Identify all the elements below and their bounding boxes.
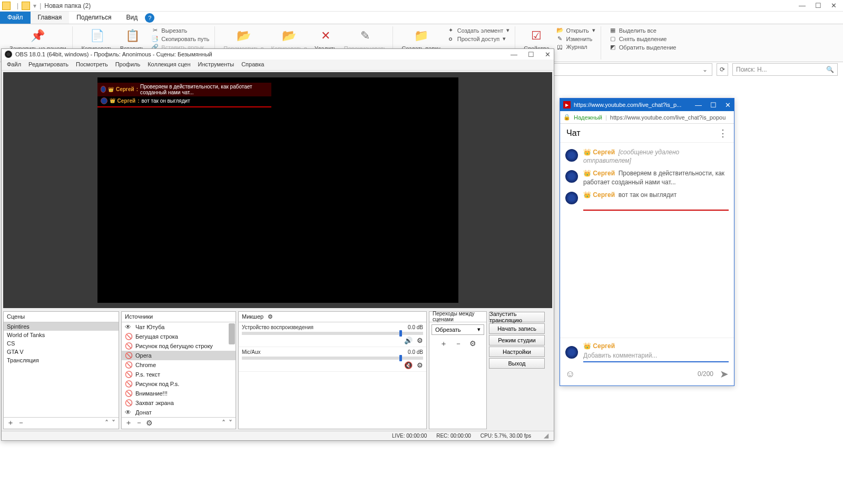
emoji-picker-icon[interactable]: ☺ <box>565 369 575 380</box>
maximize-button[interactable]: ☐ <box>710 101 717 109</box>
refresh-button[interactable]: ⟳ <box>717 63 728 76</box>
source-item[interactable]: 🚫Chrome <box>122 360 236 370</box>
edit-button[interactable]: ✎Изменить <box>555 35 596 43</box>
slider-handle[interactable] <box>399 355 402 361</box>
source-item[interactable]: 🚫Opera <box>122 351 236 360</box>
history-button[interactable]: 🕮Журнал <box>555 43 596 51</box>
volume-slider[interactable] <box>242 357 423 360</box>
gear-icon[interactable]: ⚙ <box>268 313 273 320</box>
move-down-button[interactable]: ˅ <box>112 419 115 427</box>
tab-view[interactable]: Вид <box>119 12 145 24</box>
eye-icon[interactable]: 👁 <box>125 409 132 416</box>
menu-scene-collection[interactable]: Коллекция сцен <box>148 61 190 68</box>
source-item[interactable]: 👁Донат <box>122 408 236 417</box>
source-item[interactable]: 🚫Захват экрана <box>122 398 236 408</box>
invert-selection-button[interactable]: ◩Обратить выделение <box>607 43 678 51</box>
eye-off-icon[interactable]: 🚫 <box>125 352 132 359</box>
yt-url: https://www.youtube.com/live_chat?is_pop… <box>610 114 726 121</box>
add-button[interactable]: ＋ <box>125 418 132 428</box>
cut-button[interactable]: ✂Вырезать <box>150 26 210 34</box>
comment-input[interactable]: Добавить комментарий... <box>583 350 729 362</box>
new-item-button[interactable]: ✦Создать элемент▾ <box>446 26 511 34</box>
qat-dropdown-icon[interactable]: ▾ <box>33 2 36 9</box>
chevron-down-icon[interactable]: ⌄ <box>700 66 710 73</box>
minimize-button[interactable]: — <box>799 2 806 9</box>
remove-button[interactable]: － <box>455 339 462 349</box>
minimize-button[interactable]: — <box>695 101 702 109</box>
close-button[interactable]: ✕ <box>545 51 551 58</box>
eye-off-icon[interactable]: 🚫 <box>125 399 132 407</box>
scene-item[interactable]: GTA V <box>4 348 119 356</box>
menu-tools[interactable]: Инструменты <box>198 61 234 68</box>
yt-chat-body[interactable]: 👑 Сергей [сообщение удалено отправителем… <box>560 143 734 338</box>
menu-edit[interactable]: Редактировать <box>28 61 68 68</box>
more-icon[interactable]: ⋮ <box>718 127 728 139</box>
source-item[interactable]: 🚫Бегущая строка <box>122 332 236 341</box>
scene-item[interactable]: World of Tanks <box>4 331 119 339</box>
remove-button[interactable]: － <box>135 418 143 428</box>
move-down-button[interactable]: ˅ <box>229 419 232 427</box>
minimize-button[interactable]: — <box>511 51 517 58</box>
scenes-list[interactable]: Spintires World of Tanks CS GTA V Трансл… <box>4 322 119 417</box>
search-input[interactable]: Поиск: Н...🔍 <box>732 63 838 76</box>
start-recording-button[interactable]: Начать запись <box>489 323 545 334</box>
menu-file[interactable]: Файл <box>7 61 21 68</box>
eye-off-icon[interactable]: 🚫 <box>125 380 132 388</box>
add-button[interactable]: ＋ <box>7 418 14 428</box>
help-icon[interactable]: ? <box>145 13 154 23</box>
add-button[interactable]: ＋ <box>440 339 447 349</box>
source-item[interactable]: 🚫Рисунок под бегущую строку <box>122 341 236 351</box>
gear-icon[interactable]: ⚙ <box>146 419 153 427</box>
close-button[interactable]: ✕ <box>831 2 837 9</box>
sources-list[interactable]: 👁Чат Ютуба🚫Бегущая строка🚫Рисунок под бе… <box>122 322 236 417</box>
gear-icon[interactable]: ⚙ <box>469 339 476 349</box>
eye-off-icon[interactable]: 🚫 <box>125 342 132 350</box>
tab-home[interactable]: Главная <box>31 12 70 24</box>
resize-grip-icon[interactable]: ◢ <box>544 432 548 439</box>
gear-icon[interactable]: ⚙ <box>417 337 423 344</box>
move-up-button[interactable]: ˄ <box>222 419 226 427</box>
menu-profile[interactable]: Профиль <box>115 61 141 68</box>
tab-file[interactable]: Файл <box>0 12 31 24</box>
scrollbar-thumb[interactable] <box>229 323 235 344</box>
eye-off-icon[interactable]: 🚫 <box>125 361 132 369</box>
open-button[interactable]: 📂Открыть▾ <box>555 26 596 34</box>
transition-select[interactable]: Обрезать▾ <box>432 324 484 335</box>
obs-status-bar: LIVE: 00:00:00 REC: 00:00:00 CPU: 5.7%, … <box>2 431 554 440</box>
speaker-icon[interactable]: 🔊 <box>404 337 413 344</box>
easy-access-button[interactable]: ⭘Простой доступ▾ <box>446 35 511 43</box>
settings-button[interactable]: Настройки <box>489 347 545 357</box>
menu-view[interactable]: Посмотреть <box>76 61 108 68</box>
eye-off-icon[interactable]: 🚫 <box>125 333 132 340</box>
select-none-button[interactable]: ▢Снять выделение <box>607 35 678 43</box>
volume-slider[interactable] <box>242 332 423 335</box>
menu-help[interactable]: Справка <box>241 61 264 68</box>
remove-button[interactable]: － <box>17 418 25 428</box>
move-up-button[interactable]: ˄ <box>105 419 109 427</box>
gear-icon[interactable]: ⚙ <box>417 361 423 369</box>
send-icon[interactable]: ➤ <box>720 368 729 380</box>
maximize-button[interactable]: ☐ <box>528 51 534 58</box>
exit-button[interactable]: Выход <box>489 358 545 369</box>
slider-handle[interactable] <box>399 330 402 337</box>
select-all-button[interactable]: ▦Выделить все <box>607 26 678 34</box>
yt-address-bar[interactable]: 🔒 Надежный | https://www.youtube.com/liv… <box>560 111 734 124</box>
mic-muted-icon[interactable]: 🔇 <box>404 361 413 369</box>
eye-icon[interactable]: 👁 <box>125 323 132 331</box>
source-item[interactable]: 🚫Рисунок под P.s. <box>122 379 236 389</box>
source-item[interactable]: 👁Чат Ютуба <box>122 322 236 332</box>
scene-item[interactable]: Трансляция <box>4 356 119 364</box>
scene-item[interactable]: CS <box>4 339 119 348</box>
start-streaming-button[interactable]: Запустить трансляцию <box>489 312 545 322</box>
eye-off-icon[interactable]: 🚫 <box>125 371 132 378</box>
source-item[interactable]: 🚫P.s. текст <box>122 370 236 379</box>
eye-off-icon[interactable]: 🚫 <box>125 390 132 397</box>
close-button[interactable]: ✕ <box>725 101 731 109</box>
maximize-button[interactable]: ☐ <box>815 2 821 9</box>
source-item[interactable]: 🚫Внимание!!! <box>122 389 236 398</box>
studio-mode-button[interactable]: Режим студии <box>489 335 545 345</box>
copy-path-button[interactable]: 📑Скопировать путь <box>150 35 210 43</box>
scene-item[interactable]: Spintires <box>4 322 119 331</box>
tab-share[interactable]: Поделиться <box>69 12 119 24</box>
obs-preview[interactable]: 👑 Сергей: Проверяем в действительности, … <box>3 72 552 308</box>
